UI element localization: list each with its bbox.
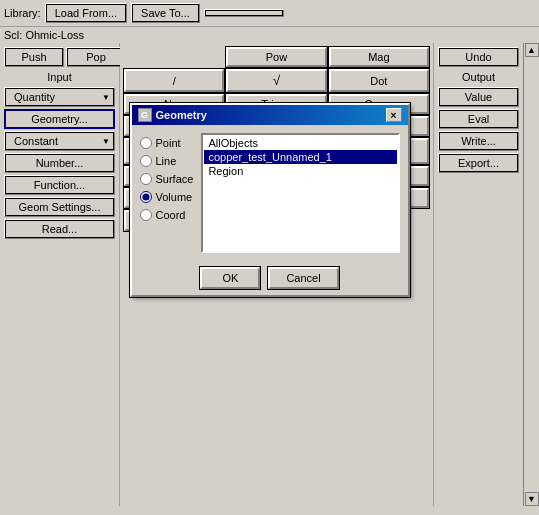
- radio-volume[interactable]: Volume: [140, 191, 194, 203]
- radio-line[interactable]: Line: [140, 155, 194, 167]
- radio-coord-input[interactable]: [140, 209, 152, 221]
- dialog-title-icon: G: [138, 108, 152, 122]
- top-toolbar: Library: Load From... Save To...: [0, 0, 539, 27]
- radio-surface[interactable]: Surface: [140, 173, 194, 185]
- radio-surface-input[interactable]: [140, 173, 152, 185]
- main-area: Push Pop Input Quantity ▼ Geometry... Co…: [0, 43, 539, 506]
- scl-bar: Scl: Ohmic-Loss: [0, 27, 539, 43]
- list-item-allobjects[interactable]: AllObjects: [204, 136, 396, 150]
- extra-button[interactable]: [204, 9, 284, 17]
- radio-group: Point Line Surface Volume: [140, 133, 194, 253]
- scl-label: Scl: Ohmic-Loss: [4, 29, 84, 41]
- save-button[interactable]: Save To...: [131, 3, 200, 23]
- dialog-title: Geometry: [156, 109, 207, 121]
- dialog-titlebar-left: G Geometry: [138, 108, 207, 122]
- list-item-copper[interactable]: copper_test_Unnamed_1: [204, 150, 396, 164]
- radio-point[interactable]: Point: [140, 137, 194, 149]
- modal-overlay: G Geometry × Point Line: [0, 43, 539, 506]
- dialog-footer: OK Cancel: [132, 261, 408, 295]
- dialog-close-button[interactable]: ×: [386, 108, 402, 122]
- dialog-titlebar: G Geometry ×: [132, 105, 408, 125]
- geometry-listbox[interactable]: AllObjects copper_test_Unnamed_1 Region: [201, 133, 399, 253]
- list-item-region[interactable]: Region: [204, 164, 396, 178]
- radio-coord[interactable]: Coord: [140, 209, 194, 221]
- load-button[interactable]: Load From...: [45, 3, 127, 23]
- dialog-body: Point Line Surface Volume: [132, 125, 408, 261]
- ok-button[interactable]: OK: [200, 267, 260, 289]
- library-label: Library:: [4, 7, 41, 19]
- cancel-button[interactable]: Cancel: [268, 267, 338, 289]
- geometry-dialog: G Geometry × Point Line: [130, 103, 410, 297]
- radio-volume-input[interactable]: [140, 191, 152, 203]
- radio-point-input[interactable]: [140, 137, 152, 149]
- radio-line-input[interactable]: [140, 155, 152, 167]
